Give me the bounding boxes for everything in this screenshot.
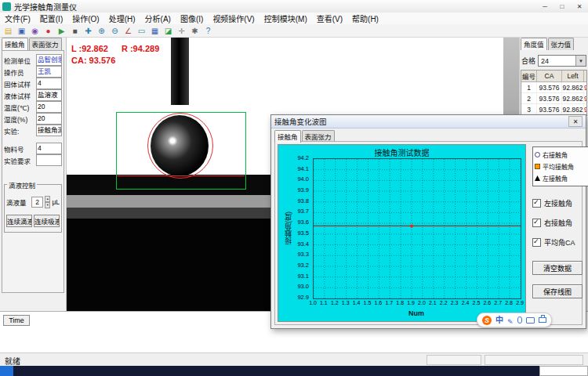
table-row[interactable]: 3 93.576 92.862 94.289 (521, 104, 586, 115)
snapshot-icon[interactable]: ✚ (82, 26, 94, 36)
drop-amount-stepper[interactable]: ▲ ▼ (45, 196, 50, 208)
menu-item[interactable]: 文件(F) (0, 13, 35, 24)
checkbox-box[interactable] (532, 199, 541, 208)
tab-contact-angle[interactable]: 接触角 (2, 38, 28, 50)
calibrate-icon[interactable]: ✛ (176, 26, 187, 36)
left-angle-value: L :92.862 (71, 44, 108, 53)
open-folder-icon[interactable]: ▤ (2, 26, 14, 36)
chart-icon[interactable]: ◪ (162, 26, 174, 36)
cell-num: 1 (521, 82, 537, 92)
pass-count-value: 24 (541, 57, 549, 65)
chart-tab-contact-angle[interactable]: 接触角 (274, 130, 301, 143)
series-checkbox[interactable]: 左接触角 (532, 198, 575, 208)
x-tick-label: 1.2 (331, 300, 339, 306)
toolbox-icon[interactable] (539, 317, 546, 323)
column-header-ca[interactable]: CA (537, 70, 562, 81)
series-checkbox-list: 左接触角 右接触角 平均角CA (532, 198, 575, 248)
x-tick-label: 2.5 (473, 300, 481, 306)
cell-ca: 93.576 (537, 93, 562, 103)
angle-icon[interactable]: ∠ (122, 26, 134, 36)
field-input[interactable]: 王凯 (36, 66, 62, 78)
clear-data-button[interactable]: 清空数据 (532, 261, 583, 275)
save-plot-button[interactable]: 保存线图 (532, 284, 583, 298)
record-icon[interactable]: ● (42, 26, 54, 36)
chevron-down-icon[interactable]: ▼ (575, 56, 586, 66)
chart-side-controls: 右接触角 平均接触角 左接触角 (531, 142, 580, 324)
menu-item[interactable]: 视频操作(V) (208, 13, 259, 24)
ruler-icon[interactable]: ▭ (136, 26, 147, 36)
column-header-num[interactable]: 编号 (521, 70, 537, 81)
camera-icon[interactable]: ◉ (29, 26, 41, 36)
menu-item[interactable]: 配置(I) (35, 13, 67, 24)
series-checkbox[interactable]: 平均角CA (532, 237, 575, 248)
spin-down-icon[interactable]: ▼ (45, 202, 50, 208)
table-row[interactable]: 2 93.576 92.862 94.289 (521, 93, 586, 104)
checkbox-box[interactable] (532, 219, 541, 227)
keyboard-icon[interactable] (526, 317, 535, 324)
plot-area (313, 158, 521, 299)
field-input[interactable]: 盐溶液 (36, 89, 62, 101)
pass-count-combobox[interactable]: 24 ▼ (538, 55, 586, 67)
status-cell (485, 355, 583, 365)
play-icon[interactable]: ▶ (56, 26, 67, 36)
save-icon[interactable]: ▣ (16, 26, 27, 36)
checkbox-label: 左接触角 (544, 198, 572, 208)
y-tick-label: 94.0 (297, 176, 309, 183)
continuous-dispense-button[interactable]: 连续滴液 (6, 215, 32, 227)
menu-item[interactable]: 查看(V) (312, 13, 347, 24)
pen-icon[interactable] (507, 313, 514, 327)
field-row: 固体试样 4 (4, 78, 62, 89)
legend-label: 左接触角 (543, 174, 568, 183)
series-checkbox[interactable]: 右接触角 (532, 218, 575, 228)
help-icon[interactable]: ? (202, 26, 214, 36)
tab-angle-values[interactable]: 角度值 (521, 38, 547, 50)
settings-icon[interactable]: ✱ (189, 26, 201, 36)
zoom-out-icon[interactable]: ⊖ (109, 26, 121, 36)
field-input[interactable]: 20 (36, 113, 62, 125)
field-input[interactable]: 接触角测量 (36, 125, 62, 136)
field-input[interactable]: 4 (36, 78, 62, 89)
maximize-button[interactable]: □ (554, 0, 571, 13)
spin-up-icon[interactable]: ▲ (45, 196, 50, 202)
grid-icon[interactable]: ▦ (149, 26, 161, 36)
titlebar[interactable]: 光学接触角测量仪 ─ □ ✕ (0, 0, 588, 13)
stop-icon[interactable]: ■ (69, 26, 81, 36)
field-label: 检测单位 (4, 56, 36, 65)
y-tick-label: 94.2 (297, 155, 309, 161)
table-row[interactable]: 1 93.576 92.862 94.289 (521, 82, 586, 93)
menu-item[interactable]: 处理(H) (104, 13, 140, 24)
taskbar-start-button[interactable] (0, 366, 13, 376)
x-tick-label: 2.9 (516, 300, 524, 306)
zoom-in-icon[interactable]: ⊕ (96, 26, 107, 36)
field-input[interactable]: 4 (36, 143, 62, 154)
close-button[interactable]: ✕ (571, 0, 588, 13)
chinese-mode-icon[interactable]: 中 (495, 316, 503, 325)
sogou-logo-icon[interactable]: S (482, 316, 492, 325)
checkbox-box[interactable] (532, 238, 541, 247)
column-header-left[interactable]: Left (562, 70, 584, 81)
drop-amount-input[interactable]: 2 (31, 197, 43, 208)
chart-window-close-button[interactable]: ✕ (568, 116, 583, 127)
cell-left: 92.862 (562, 82, 584, 92)
field-input[interactable]: 品智创思 (36, 54, 62, 66)
field-input[interactable]: 20 (36, 101, 62, 113)
x-axis-ticks: 1.01.11.21.31.41.51.61.71.81.92.02.12.22… (313, 300, 521, 308)
mic-icon[interactable] (517, 316, 522, 324)
ime-toolbar[interactable]: S 中 (477, 313, 552, 327)
menu-item[interactable]: 操作(O) (67, 13, 103, 24)
continuous-aspirate-button[interactable]: 连续吸液 (34, 215, 60, 227)
tab-tension-values[interactable]: 张力值 (548, 38, 575, 50)
menu-item[interactable]: 分析(A) (140, 13, 176, 24)
taskbar-tray[interactable] (539, 366, 588, 376)
menu-item[interactable]: 控制模块(M) (260, 13, 312, 24)
time-button[interactable]: Time (3, 315, 30, 326)
minimize-button[interactable]: ─ (536, 0, 554, 13)
menu-item[interactable]: 帮助(H) (347, 13, 383, 24)
tab-surface-tension[interactable]: 表面张力 (29, 38, 62, 50)
chart-window-titlebar[interactable]: 接触角变化波图 ✕ (271, 115, 586, 128)
cell-ca: 93.576 (537, 104, 562, 114)
ca-value: CA: 93.576 (71, 55, 159, 67)
field-input[interactable] (36, 154, 62, 166)
x-tick-label: 1.1 (320, 300, 328, 306)
menu-item[interactable]: 图像(I) (176, 13, 208, 24)
